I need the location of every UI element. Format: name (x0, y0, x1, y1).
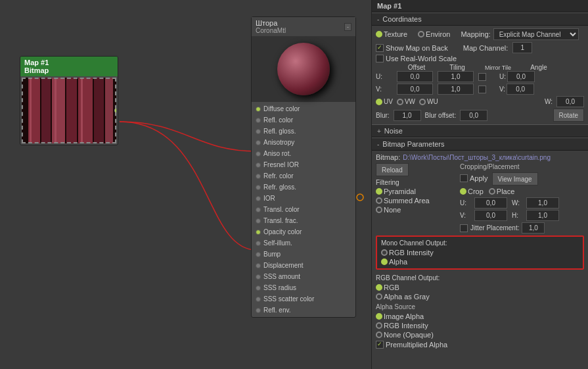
wu-radio[interactable] (419, 99, 426, 105)
svg-rect-4 (52, 78, 65, 143)
slot-ior[interactable]: IOR (252, 193, 355, 204)
crop-h-input[interactable] (526, 210, 559, 221)
apply-row: Apply (460, 172, 488, 184)
blur-offset-label: Blur offset: (425, 112, 457, 119)
none-opaque-radio[interactable] (376, 332, 382, 338)
jitter-checkbox[interactable] (460, 224, 468, 232)
slot-anisotropy[interactable]: Anisotropy (252, 137, 355, 148)
section-coordinates[interactable]: - Coordinates (372, 12, 588, 26)
real-world-checkbox[interactable] (376, 55, 384, 62)
rgb-intensity-radio-item[interactable]: RGB Intensity (381, 249, 579, 257)
pyramidal-radio-item[interactable]: Pyramidal (376, 187, 455, 195)
v-angle-input[interactable] (507, 84, 534, 95)
slot-refr-gloss[interactable]: Refr. gloss. (252, 182, 355, 193)
node-corona[interactable]: Штора CoronaMtl - Diffuse color Refl. co… (251, 16, 356, 318)
pyramidal-radio[interactable] (376, 188, 382, 195)
vw-radio[interactable] (397, 99, 403, 105)
none-radio[interactable] (376, 207, 382, 213)
alpha-gray-radio[interactable] (376, 293, 382, 300)
none-opaque-radio-item[interactable]: None (Opaque) (376, 331, 584, 339)
expand-noise-icon[interactable]: + (377, 128, 381, 135)
none-radio-item[interactable]: None (376, 206, 455, 214)
page-title: Map #1 (377, 2, 401, 10)
collapse-bitmap-icon[interactable]: - (377, 141, 379, 148)
w-label: W: (545, 98, 553, 105)
node-corona-minimize[interactable]: - (344, 23, 351, 31)
alpha-gray-radio-item[interactable]: Alpha as Gray (376, 293, 584, 301)
jitter-input[interactable] (522, 222, 545, 234)
rgb-radio[interactable] (376, 284, 382, 291)
crop-v-label: V: (460, 212, 473, 219)
section-bitmap-params[interactable]: - Bitmap Parameters (372, 137, 588, 151)
rgb-intensity-radio[interactable] (381, 249, 388, 256)
slot-refl-color[interactable]: Refl. color (252, 114, 355, 126)
rotate-button[interactable]: Rotate (553, 109, 584, 122)
slot-refl-gloss[interactable]: Refl. gloss. (252, 126, 355, 137)
u-tiling-input[interactable] (438, 71, 474, 82)
u-offset-input[interactable] (397, 71, 433, 82)
show-map-back-checkbox[interactable] (376, 44, 384, 52)
mapping-dropdown[interactable]: Explicit Map Channel (493, 28, 579, 40)
slot-fresnel-ior[interactable]: Fresnel IOR (252, 159, 355, 170)
slot-refr-color[interactable]: Refr. color (252, 170, 355, 182)
environ-radio[interactable] (418, 31, 424, 37)
slot-refl-env[interactable]: Refl. env. (252, 305, 355, 316)
image-alpha-radio[interactable] (376, 313, 382, 320)
wu-radio-item[interactable]: WU (419, 98, 438, 105)
node-bitmap-output[interactable] (114, 107, 116, 114)
slot-sss-amount[interactable]: SSS amount (252, 271, 355, 282)
section-noise[interactable]: + Noise (372, 124, 588, 137)
texture-radio-item[interactable]: Texture (376, 30, 407, 38)
rgb-channel-title: RGB Channel Output: (376, 274, 584, 282)
alpha-radio[interactable] (381, 258, 388, 265)
svg-rect-3 (41, 78, 51, 143)
reload-button[interactable]: Reload (376, 163, 409, 176)
w-angle-input[interactable] (556, 96, 584, 107)
slot-diffuse[interactable]: Diffuse color (252, 103, 355, 114)
place-radio[interactable] (489, 188, 495, 195)
environ-radio-item[interactable]: Environ (418, 30, 450, 38)
uv-radio[interactable] (376, 99, 382, 105)
v-offset-input[interactable] (397, 84, 433, 95)
v-mirror-checkbox[interactable] (478, 86, 486, 93)
premultiplied-checkbox[interactable] (376, 341, 384, 349)
rgb-intensity-2-radio[interactable] (376, 322, 382, 329)
slot-dot-fresnel-ior (256, 162, 261, 168)
apply-checkbox[interactable] (460, 174, 468, 182)
crop-v-input[interactable] (474, 210, 507, 221)
slot-aniso-rot[interactable]: Aniso rot. (252, 148, 355, 159)
rgb-intensity-2-radio-item[interactable]: RGB Intensity (376, 322, 584, 330)
summed-area-radio-item[interactable]: Summed Area (376, 197, 455, 205)
crop-radio[interactable] (460, 188, 466, 195)
crop-radio-item[interactable]: Crop (460, 187, 484, 195)
slot-opacity[interactable]: Opacity color (252, 226, 355, 237)
rgb-radio-item[interactable]: RGB (376, 283, 584, 291)
crop-w-input[interactable] (526, 197, 559, 209)
summed-area-radio[interactable] (376, 197, 382, 204)
vw-radio-item[interactable]: VW (397, 98, 415, 105)
uv-radio-item[interactable]: UV (376, 98, 393, 105)
collapse-coordinates-icon[interactable]: - (377, 16, 379, 23)
slot-bump[interactable]: Bump (252, 249, 355, 260)
blur-input[interactable] (394, 110, 421, 121)
bitmap-path: D:\Work\Посты\Пост_шторы_3_клика\curtain… (403, 154, 551, 161)
node-bitmap[interactable]: Map #1 Bitmap (20, 56, 118, 145)
slot-self-illum[interactable]: Self-illum. (252, 237, 355, 249)
slot-sss-scatter[interactable]: SSS scatter color (252, 293, 355, 305)
slot-transl-color[interactable]: Transl. color (252, 204, 355, 215)
v-tiling-input[interactable] (438, 84, 474, 95)
image-alpha-radio-item[interactable]: Image Alpha (376, 312, 584, 320)
u-angle-input[interactable] (507, 71, 535, 82)
slot-displacement[interactable]: Displacement (252, 260, 355, 271)
crop-u-input[interactable] (474, 197, 507, 209)
place-radio-item[interactable]: Place (489, 187, 515, 195)
page-title-bar: Map #1 (372, 0, 588, 12)
slot-transl-frac[interactable]: Transl. frac. (252, 215, 355, 226)
view-image-button[interactable]: View Image (492, 172, 538, 185)
blur-offset-input[interactable] (460, 110, 487, 121)
texture-radio[interactable] (376, 31, 382, 37)
slot-sss-radius[interactable]: SSS radius (252, 282, 355, 293)
alpha-radio-item[interactable]: Alpha (381, 258, 579, 266)
map-channel-input[interactable] (512, 42, 532, 53)
u-mirror-checkbox[interactable] (478, 73, 486, 81)
